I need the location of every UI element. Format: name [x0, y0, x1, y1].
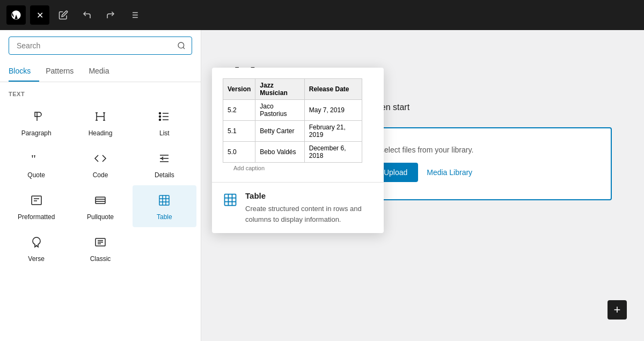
editor-main: Version Jazz Musician Release Date 5.2 J…: [201, 30, 644, 341]
col-header-date: Release Date: [304, 79, 362, 100]
classic-icon: [94, 236, 107, 252]
svg-point-12: [159, 116, 161, 118]
table-label: Table: [157, 213, 172, 221]
cell: 5.2: [223, 100, 255, 121]
sidebar-tabs: Blocks Patterns Media: [0, 61, 201, 82]
tab-patterns[interactable]: Patterns: [46, 61, 82, 82]
pencil-button[interactable]: [54, 5, 73, 25]
blocks-grid: Paragraph Heading List: [0, 101, 201, 269]
pullquote-label: Pullquote: [87, 213, 114, 221]
list-label: List: [159, 129, 170, 137]
close-button[interactable]: ✕: [30, 5, 49, 25]
block-item-verse[interactable]: Verse: [4, 227, 68, 269]
list-view-button[interactable]: [125, 5, 144, 25]
block-item-paragraph[interactable]: Paragraph: [4, 101, 68, 143]
block-inserter-sidebar: Blocks Patterns Media TEXT Paragraph Hea…: [0, 30, 201, 341]
cell: December 6, 2018: [304, 142, 362, 163]
preformatted-icon: [30, 194, 43, 210]
svg-rect-24: [159, 195, 169, 205]
media-library-button[interactable]: Media Library: [427, 168, 472, 177]
block-tooltip: Version Jazz Musician Release Date 5.2 J…: [212, 68, 384, 233]
cell: 5.1: [223, 121, 255, 142]
block-item-table[interactable]: Table: [133, 185, 196, 227]
table-row: 5.0 Bebo Valdés December 6, 2018: [223, 142, 362, 163]
cell: Betty Carter: [255, 121, 304, 142]
block-item-classic[interactable]: Classic: [68, 227, 132, 269]
cell: 5.0: [223, 142, 255, 163]
tab-media[interactable]: Media: [89, 61, 118, 82]
cell: February 21, 2019: [304, 121, 362, 142]
svg-rect-21: [96, 197, 105, 204]
classic-label: Classic: [90, 255, 111, 263]
tooltip-table-icon: [223, 192, 238, 211]
table-caption: Add caption: [223, 163, 373, 178]
quote-icon: ": [30, 152, 43, 168]
svg-text:": ": [31, 152, 36, 165]
table-icon: [158, 194, 171, 210]
cell: Jaco Pastorius: [255, 100, 304, 121]
wordpress-logo[interactable]: [6, 5, 26, 25]
add-block-button[interactable]: +: [608, 300, 627, 320]
cell: Bebo Valdés: [255, 142, 304, 163]
tooltip-info: Table Create structured content in rows …: [212, 183, 384, 233]
preview-table: Version Jazz Musician Release Date 5.2 J…: [223, 78, 362, 163]
search-input[interactable]: [9, 37, 192, 55]
svg-rect-18: [32, 196, 41, 205]
paragraph-label: Paragraph: [21, 129, 52, 137]
search-bar: [0, 30, 201, 61]
col-header-version: Version: [223, 79, 255, 100]
tooltip-description: Create structured content in rows and co…: [245, 204, 373, 224]
details-icon: [158, 152, 171, 168]
list-icon: [158, 110, 171, 126]
quote-label: Quote: [27, 171, 45, 179]
paragraph-icon: [30, 110, 43, 126]
heading-label: Heading: [89, 129, 113, 137]
table-row: 5.2 Jaco Pastorius May 7, 2019: [223, 100, 362, 121]
upload-actions: Upload Media Library: [373, 163, 472, 182]
topbar: ✕: [0, 0, 644, 30]
tooltip-title: Table: [245, 191, 373, 200]
upload-text: or select files from your library.: [372, 146, 474, 154]
block-item-preformatted[interactable]: Preformatted: [4, 185, 68, 227]
editor-area: Version Jazz Musician Release Date 5.2 J…: [201, 30, 644, 222]
cell: May 7, 2019: [304, 100, 362, 121]
section-text-label: TEXT: [0, 82, 201, 101]
block-item-details[interactable]: Details: [133, 143, 196, 185]
svg-point-13: [159, 119, 161, 121]
block-item-list[interactable]: List: [133, 101, 196, 143]
block-item-code[interactable]: Code: [68, 143, 132, 185]
table-row: 5.1 Betty Carter February 21, 2019: [223, 121, 362, 142]
tooltip-info-content: Table Create structured content in rows …: [245, 191, 373, 224]
details-label: Details: [155, 171, 174, 179]
svg-point-11: [159, 113, 161, 114]
verse-icon: [30, 236, 43, 252]
pullquote-icon: [94, 194, 107, 210]
block-item-heading[interactable]: Heading: [68, 101, 132, 143]
code-icon: [94, 152, 107, 168]
svg-rect-33: [225, 194, 236, 206]
verse-label: Verse: [28, 255, 45, 263]
code-label: Code: [93, 171, 108, 179]
undo-button[interactable]: [77, 5, 97, 25]
col-header-jazz: Jazz Musician: [255, 79, 304, 100]
heading-icon: [94, 110, 107, 126]
tab-blocks[interactable]: Blocks: [9, 61, 39, 82]
redo-button[interactable]: [101, 5, 120, 25]
tooltip-table-preview: Version Jazz Musician Release Date 5.2 J…: [212, 68, 384, 182]
block-item-quote[interactable]: " Quote: [4, 143, 68, 185]
preformatted-label: Preformatted: [18, 213, 55, 221]
block-item-pullquote[interactable]: Pullquote: [68, 185, 132, 227]
